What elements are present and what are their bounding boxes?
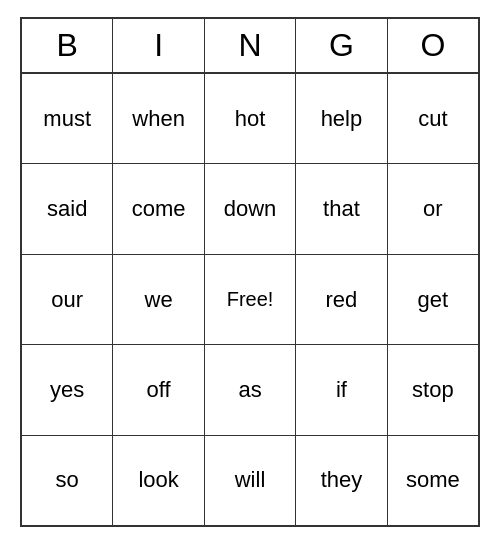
bingo-cell-4-4: some (388, 436, 478, 525)
bingo-cell-2-3: red (296, 255, 387, 344)
bingo-cell-0-0: must (22, 74, 113, 163)
bingo-cell-2-2: Free! (205, 255, 296, 344)
bingo-row-4: solookwilltheysome (22, 436, 478, 525)
bingo-cell-0-2: hot (205, 74, 296, 163)
bingo-header: BINGO (22, 19, 478, 74)
header-cell-i: I (113, 19, 204, 72)
bingo-cell-4-1: look (113, 436, 204, 525)
bingo-cell-2-1: we (113, 255, 204, 344)
bingo-cell-3-3: if (296, 345, 387, 434)
header-cell-o: O (388, 19, 478, 72)
bingo-cell-1-4: or (388, 164, 478, 253)
bingo-cell-1-1: come (113, 164, 204, 253)
bingo-cell-1-3: that (296, 164, 387, 253)
bingo-cell-3-2: as (205, 345, 296, 434)
bingo-card: BINGO mustwhenhothelpcutsaidcomedownthat… (20, 17, 480, 527)
bingo-cell-4-3: they (296, 436, 387, 525)
bingo-body: mustwhenhothelpcutsaidcomedownthatorourw… (22, 74, 478, 525)
bingo-cell-3-4: stop (388, 345, 478, 434)
bingo-row-0: mustwhenhothelpcut (22, 74, 478, 164)
header-cell-n: N (205, 19, 296, 72)
bingo-cell-3-0: yes (22, 345, 113, 434)
header-cell-g: G (296, 19, 387, 72)
bingo-cell-2-0: our (22, 255, 113, 344)
bingo-cell-4-2: will (205, 436, 296, 525)
bingo-cell-2-4: get (388, 255, 478, 344)
bingo-cell-1-0: said (22, 164, 113, 253)
bingo-row-1: saidcomedownthator (22, 164, 478, 254)
bingo-row-2: ourweFree!redget (22, 255, 478, 345)
bingo-cell-4-0: so (22, 436, 113, 525)
bingo-row-3: yesoffasifstop (22, 345, 478, 435)
header-cell-b: B (22, 19, 113, 72)
bingo-cell-0-4: cut (388, 74, 478, 163)
bingo-cell-0-1: when (113, 74, 204, 163)
bingo-cell-3-1: off (113, 345, 204, 434)
bingo-cell-0-3: help (296, 74, 387, 163)
bingo-cell-1-2: down (205, 164, 296, 253)
